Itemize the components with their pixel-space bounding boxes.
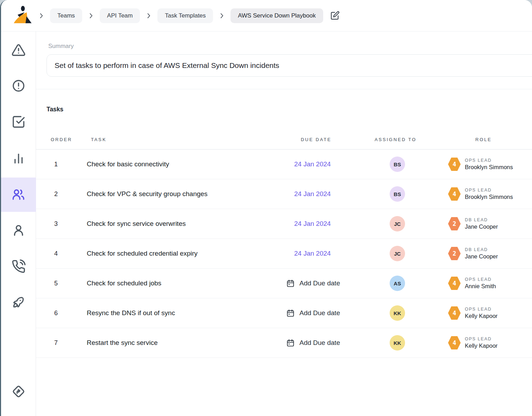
- role-label: OPS LEAD: [465, 337, 498, 341]
- tasks-title: Tasks: [47, 106, 63, 113]
- role-cell[interactable]: 4 OPS LEAD Brooklyn Simmons: [448, 187, 532, 201]
- due-date[interactable]: 24 Jan 2024: [286, 250, 331, 257]
- assignee-avatar[interactable]: KK: [390, 335, 405, 351]
- role-name: Annie Smith: [465, 283, 496, 290]
- app-window: Teams API Team Task Templates AWS Servic…: [0, 0, 532, 416]
- task-name: Resync the DNS if out of sync: [87, 309, 286, 317]
- sidebar-item-teams[interactable]: [1, 178, 36, 212]
- edit-playbook-name-button[interactable]: [330, 11, 340, 21]
- breadcrumb-item-current-playbook[interactable]: AWS Service Down Playbook: [230, 8, 323, 23]
- table-row[interactable]: 3 Check for sync service overwrites 24 J…: [36, 209, 532, 239]
- role-level-badge: 4: [448, 306, 461, 320]
- chevron-right-icon: [87, 12, 95, 20]
- sidebar-item-integrations[interactable]: [1, 374, 36, 409]
- role-level: 4: [453, 310, 456, 317]
- summary-input[interactable]: [47, 54, 532, 77]
- add-due-date-button[interactable]: Add Due date: [286, 309, 340, 318]
- summary-section: Summary: [36, 32, 532, 89]
- assignee-avatar[interactable]: KK: [390, 305, 405, 321]
- sidebar-item-on-call[interactable]: [1, 249, 36, 284]
- avatar-initials: AS: [394, 280, 401, 286]
- role-label: DB LEAD: [465, 217, 498, 222]
- check-square-icon: [12, 115, 26, 129]
- add-due-date-label: Add Due date: [299, 309, 340, 317]
- role-cell[interactable]: 4 OPS LEAD Kelly Kapoor: [448, 336, 532, 349]
- avatar-initials: KK: [393, 310, 401, 316]
- task-order: 6: [36, 310, 87, 317]
- rocket-icon: [12, 295, 26, 309]
- sidebar-item-incidents[interactable]: [1, 33, 36, 67]
- role-cell[interactable]: 4 OPS LEAD Brooklyn Simmons: [448, 158, 532, 171]
- table-row[interactable]: 6 Resync the DNS if out of sync Add Due …: [36, 298, 532, 328]
- add-due-date-button[interactable]: Add Due date: [286, 279, 340, 288]
- role-name: Jane Cooper: [465, 253, 498, 260]
- role-level-badge: 4: [448, 277, 461, 290]
- task-order: 4: [36, 250, 87, 257]
- breadcrumb: Teams API Team Task Templates AWS Servic…: [50, 8, 340, 23]
- sidebar-item-analytics[interactable]: [1, 141, 36, 175]
- due-date[interactable]: 24 Jan 2024: [286, 220, 331, 228]
- column-header-task: Task: [87, 137, 286, 142]
- edit-icon: [331, 11, 340, 20]
- sidebar-item-tasks[interactable]: [1, 105, 36, 139]
- sidebar-item-stakeholders[interactable]: [1, 285, 36, 319]
- calendar-icon: [286, 339, 295, 347]
- chevron-right-icon: [218, 12, 226, 20]
- role-cell[interactable]: 2 DB LEAD Jane Cooper: [448, 247, 532, 260]
- column-header-assigned-to: Assigned to: [367, 137, 448, 142]
- role-level: 2: [453, 220, 456, 227]
- role-name: Kelly Kapoor: [465, 313, 498, 319]
- summary-label: Summary: [48, 43, 532, 50]
- user-icon: [12, 223, 26, 237]
- add-due-date-label: Add Due date: [299, 339, 340, 347]
- due-date[interactable]: 24 Jan 2024: [286, 190, 331, 198]
- assignee-avatar[interactable]: JC: [390, 246, 405, 261]
- table-row[interactable]: 1 Check for basic connectivity 24 Jan 20…: [36, 150, 532, 179]
- tasks-section: Tasks Order Task Due date Assigned to Ro…: [36, 89, 532, 358]
- role-name: Brooklyn Simmons: [465, 164, 513, 171]
- column-header-role: Role: [448, 137, 532, 142]
- role-level-badge: 4: [448, 187, 461, 201]
- assignee-avatar[interactable]: BS: [390, 157, 405, 172]
- role-name: Jane Cooper: [465, 223, 498, 230]
- avatar-initials: BS: [394, 191, 401, 197]
- role-label: OPS LEAD: [465, 158, 513, 163]
- task-order: 7: [36, 339, 87, 347]
- sidebar-item-alerts[interactable]: [1, 69, 36, 103]
- breadcrumb-item-task-templates[interactable]: Task Templates: [157, 8, 213, 23]
- calendar-icon: [286, 279, 295, 288]
- table-row[interactable]: 7 Restart the sync service Add Due date: [36, 328, 532, 358]
- task-order: 1: [36, 161, 87, 168]
- assignee-avatar[interactable]: JC: [390, 216, 405, 231]
- avatar-initials: BS: [394, 161, 401, 167]
- breadcrumb-item-teams[interactable]: Teams: [50, 8, 82, 23]
- role-level: 4: [453, 190, 456, 197]
- main-content: Summary Tasks Order Task Due date Assign…: [36, 32, 532, 416]
- chevron-right-icon: [37, 12, 45, 20]
- sidebar-nav: [1, 32, 36, 416]
- role-cell[interactable]: 4 OPS LEAD Kelly Kapoor: [448, 306, 532, 320]
- table-row[interactable]: 2 Check for VPC & security group changes…: [36, 179, 532, 209]
- avatar-initials: JC: [394, 221, 400, 227]
- assignee-avatar[interactable]: AS: [390, 276, 405, 291]
- assignee-avatar[interactable]: BS: [390, 186, 405, 202]
- sidebar-item-profile[interactable]: [1, 213, 36, 248]
- due-date[interactable]: 24 Jan 2024: [286, 160, 331, 168]
- role-level-badge: 4: [448, 158, 461, 171]
- brand-logo-icon[interactable]: [11, 5, 33, 27]
- add-due-date-label: Add Due date: [299, 279, 340, 287]
- task-name: Restart the sync service: [87, 339, 286, 347]
- role-label: OPS LEAD: [465, 188, 513, 193]
- add-due-date-button[interactable]: Add Due date: [286, 339, 340, 347]
- column-header-order: Order: [36, 137, 87, 142]
- task-name: Check for VPC & security group changes: [87, 190, 286, 198]
- table-row[interactable]: 5 Check for scheduled jobs Add Due date: [36, 269, 532, 298]
- breadcrumb-item-api-team[interactable]: API Team: [100, 8, 140, 23]
- role-level: 2: [453, 250, 456, 257]
- task-name: Check for sync service overwrites: [87, 220, 286, 228]
- top-bar: Teams API Team Task Templates AWS Servic…: [1, 0, 532, 32]
- table-row[interactable]: 4 Check for scheduled credential expiry …: [36, 239, 532, 269]
- role-cell[interactable]: 4 OPS LEAD Annie Smith: [448, 277, 532, 290]
- role-level-badge: 2: [448, 247, 461, 260]
- role-cell[interactable]: 2 DB LEAD Jane Cooper: [448, 217, 532, 230]
